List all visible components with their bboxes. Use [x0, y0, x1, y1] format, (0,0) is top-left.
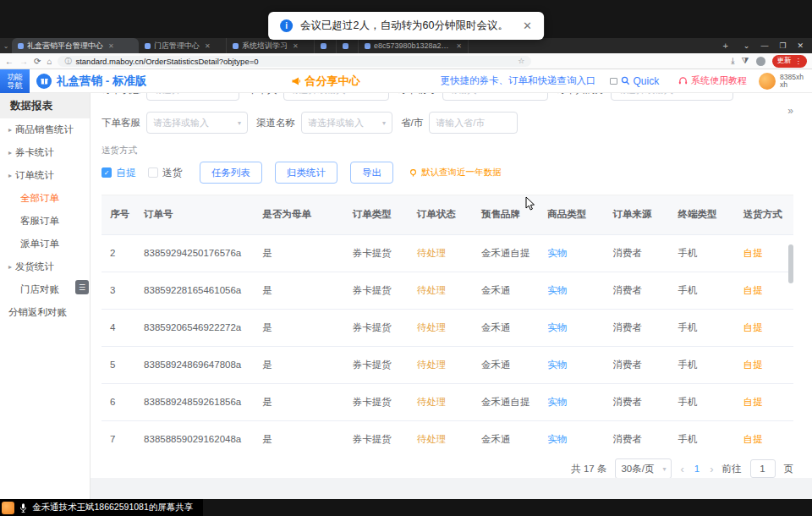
chevron-down-icon: ▾ — [382, 119, 386, 127]
sidebar-item-客服订单[interactable]: 客服订单 — [0, 210, 90, 233]
checkbox-送货[interactable]: 送货 — [148, 166, 183, 180]
button-任务列表[interactable]: 任务列表 — [200, 162, 262, 184]
cell: 手机 — [670, 346, 735, 383]
browser-tab[interactable]: 门店管理中心✕ — [139, 38, 227, 53]
filter-select[interactable]: 请选择或输入▾ — [611, 93, 733, 101]
cell[interactable]: 实物 — [539, 420, 604, 451]
sidebar-item-订单统计[interactable]: ▸订单统计 — [0, 164, 90, 187]
filter-select[interactable]: 请选择或输入▾ — [301, 112, 392, 134]
browser-menu-icon[interactable]: ⋮ — [795, 57, 803, 65]
quick-search[interactable]: Quick — [610, 75, 660, 87]
filter-select[interactable]: 请选择或输入▾ — [283, 93, 389, 101]
filter-collapse-button[interactable]: » — [787, 105, 793, 117]
bookmark-star-icon[interactable]: ☆ — [518, 57, 524, 65]
table-scrollbar-thumb[interactable] — [788, 244, 793, 283]
cell: 待处理 — [409, 420, 473, 451]
browser-profile-avatar[interactable] — [756, 57, 765, 66]
toast-close-icon[interactable]: ✕ — [523, 19, 532, 32]
sidebar-item-label: 发货统计 — [15, 261, 54, 273]
filter-group: 订单状态请选择▾ — [102, 93, 239, 101]
tab-close-icon[interactable]: ✕ — [205, 42, 211, 50]
cell[interactable]: 实物 — [539, 272, 604, 309]
cell: 83859228165461056a — [135, 272, 254, 309]
toolbar-row: ✓自提送货 任务列表归类统计导出 默认查询近一年数据 — [102, 162, 812, 184]
column-header: 终端类型 — [670, 195, 735, 234]
sidebar-collapse-handle[interactable]: ☰ — [75, 280, 89, 294]
browser-tab[interactable] — [315, 38, 337, 53]
forward-icon[interactable]: → — [19, 57, 28, 66]
brand: 礼盒营销 - 标准版 — [36, 74, 147, 89]
order-statistics-panel: 订单状态请选择▾下单人请选择或输入▾订单编号订单归属方请选择或输入▾ 下单客服请… — [91, 93, 812, 478]
tab-close-icon[interactable]: ✕ — [108, 42, 114, 50]
column-header: 订单来源 — [604, 195, 669, 234]
sidebar-item-分销返利对账[interactable]: 分销返利对账 — [0, 301, 90, 324]
chrome-chevron-icon[interactable]: ⌄ — [743, 41, 750, 50]
cell: 83859206546922272a — [135, 309, 254, 346]
checkbox-自提[interactable]: ✓自提 — [102, 166, 136, 180]
sidebar-item-商品销售统计[interactable]: ▸商品销售统计 — [0, 118, 90, 141]
button-导出[interactable]: 导出 — [350, 162, 393, 184]
browser-tab[interactable]: 礼盒营销平台管理中心✕ — [12, 38, 139, 53]
sidebar-item-券卡统计[interactable]: ▸券卡统计 — [0, 141, 90, 164]
tab-close-icon[interactable]: ✕ — [456, 42, 462, 50]
back-icon[interactable]: ← — [5, 57, 14, 66]
filter-select[interactable]: 请选择▾ — [146, 93, 239, 101]
cell[interactable]: 实物 — [539, 383, 604, 420]
table-row: 383859228165461056a是券卡提货待处理金禾通实物消费者手机自提 — [102, 272, 793, 309]
page-info-icon[interactable]: ⓘ — [64, 57, 71, 66]
goto-page-input[interactable] — [750, 459, 776, 478]
download-icon[interactable]: ⤓ — [731, 56, 734, 66]
browser-tab[interactable]: 系统培训学习✕ — [227, 38, 315, 53]
cell[interactable]: 实物 — [539, 234, 604, 272]
next-page-button[interactable]: › — [710, 463, 713, 475]
new-tab-button[interactable]: + — [716, 38, 734, 53]
chevron-down-icon: ▾ — [229, 93, 233, 94]
table-row: 583858924869647808a是券卡提货待处理金禾通实物消费者手机自提 — [102, 346, 793, 383]
share-center-link[interactable]: 合分享中心 — [291, 74, 360, 89]
button-归类统计[interactable]: 归类统计 — [275, 162, 337, 184]
filter-select[interactable]: 请选择或输入▾ — [146, 112, 248, 134]
tab-favicon — [343, 43, 348, 49]
page-size-select[interactable]: 30条/页 ▾ — [615, 458, 672, 478]
tab-favicon — [18, 43, 24, 49]
filter-input[interactable] — [429, 112, 518, 134]
sidebar-item-发货统计[interactable]: ▸发货统计 — [0, 255, 90, 278]
cell: 83858924859261856a — [135, 383, 254, 420]
cell: 券卡提货 — [344, 420, 409, 451]
system-tutorial-link[interactable]: 系统使用教程 — [678, 74, 747, 87]
cell: 消费者 — [604, 420, 669, 451]
sidebar-item-派单订单[interactable]: 派单订单 — [0, 233, 90, 255]
sidebar-item-label: 客服订单 — [20, 215, 59, 228]
browser-update-badge[interactable]: 更新 ⋮ — [772, 55, 808, 68]
url-field[interactable]: ⓘ standard.maboy.cn/OrderStatisticsDetai… — [58, 56, 531, 67]
minimize-icon[interactable]: — — [760, 41, 768, 50]
cell: 券卡提货 — [344, 272, 409, 309]
extensions-icon[interactable]: ⧩ — [742, 56, 749, 66]
cell: 手机 — [670, 309, 735, 346]
app-title: 礼盒营销 - 标准版 — [57, 74, 147, 89]
refresh-icon[interactable]: ⟳ — [34, 57, 41, 66]
cell: 待处理 — [409, 272, 473, 309]
cell[interactable]: 实物 — [539, 309, 604, 346]
cell[interactable]: 实物 — [539, 346, 604, 383]
user-avatar[interactable] — [759, 73, 776, 90]
tab-close-icon[interactable]: ✕ — [293, 42, 299, 50]
prev-page-button[interactable]: ‹ — [680, 463, 683, 475]
cell: 待处理 — [409, 346, 473, 383]
current-page[interactable]: 1 — [693, 464, 701, 474]
home-icon[interactable]: ⌂ — [47, 57, 52, 66]
filter-placeholder: 请选择或输入 — [290, 93, 346, 96]
browser-tab[interactable] — [337, 38, 359, 53]
sidebar-item-全部订单[interactable]: 全部订单 — [0, 187, 90, 210]
table-row: 783858859029162048a是券卡提货待处理金禾通实物消费者手机自提 — [102, 420, 793, 451]
close-window-icon[interactable]: ✕ — [797, 41, 804, 50]
cell: 6 — [102, 383, 135, 420]
filter-placeholder: 请选择或输入 — [308, 117, 364, 129]
tab-list-icon[interactable]: ⌄ — [0, 38, 12, 53]
browser-tab[interactable]: e8c573980b1328a258fd2e6✕ — [359, 38, 469, 53]
chevron-right-icon: ▸ — [8, 172, 12, 179]
quick-entry-text[interactable]: 更快捷的券卡、订单和快递查询入口 — [441, 74, 596, 87]
function-nav-toggle[interactable]: 功能 导航 — [0, 69, 30, 93]
filter-input[interactable] — [442, 93, 548, 101]
restore-icon[interactable]: ❐ — [779, 41, 786, 50]
